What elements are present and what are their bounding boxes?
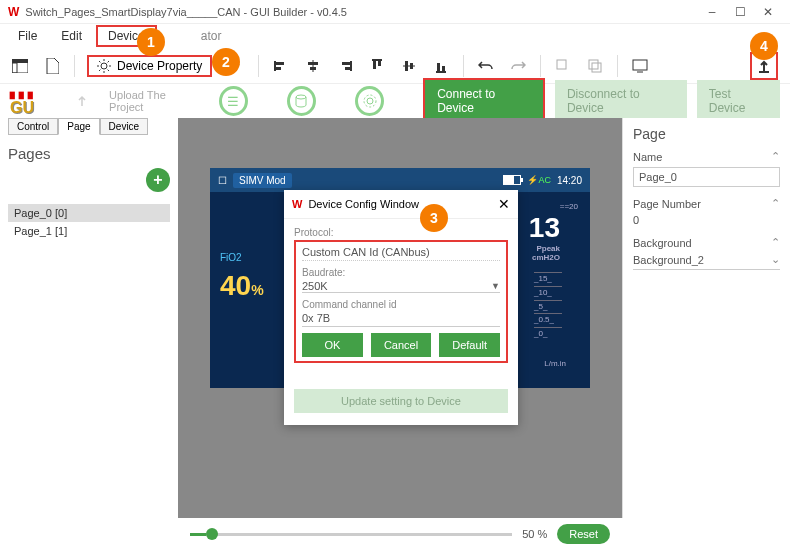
svg-rect-15 xyxy=(378,61,381,66)
tab-page[interactable]: Page xyxy=(58,118,99,135)
align-center-h-icon[interactable] xyxy=(303,56,323,76)
pagenum-value: 0 xyxy=(633,214,780,226)
value-40: 40% xyxy=(220,270,264,302)
disconnect-device-button: Disconnect to Device xyxy=(555,80,687,122)
baudrate-select[interactable]: 250K▼ xyxy=(302,280,500,293)
svg-rect-12 xyxy=(345,67,350,70)
layout-icon[interactable] xyxy=(10,56,30,76)
svg-rect-1 xyxy=(12,59,28,63)
svg-rect-14 xyxy=(373,61,376,69)
align-top-icon[interactable] xyxy=(367,56,387,76)
cmdid-value[interactable]: 0x 7B xyxy=(302,312,500,327)
svg-rect-17 xyxy=(405,61,408,71)
pages-heading: Pages xyxy=(8,145,51,162)
fio2-label: FiO2 xyxy=(220,252,242,263)
name-input[interactable] xyxy=(633,167,780,187)
bg-value[interactable]: Background_2 xyxy=(633,254,704,266)
page-list-item-1[interactable]: Page_1 [1] xyxy=(8,222,170,240)
ac-label: ⚡AC xyxy=(527,175,551,185)
svg-rect-5 xyxy=(276,62,284,65)
bg-label: Background xyxy=(633,237,692,249)
logo: ▖▖▖ GU xyxy=(10,85,62,117)
menu-file[interactable]: File xyxy=(8,26,47,46)
svg-rect-2 xyxy=(12,63,17,73)
battery-icon xyxy=(503,175,521,185)
unit-label: L/m.in xyxy=(544,359,566,368)
annotation-badge-2: 2 xyxy=(212,48,240,76)
align-left-icon[interactable] xyxy=(271,56,291,76)
svg-rect-11 xyxy=(342,62,350,65)
list-circle-icon[interactable]: ☰ xyxy=(219,86,248,116)
align-bottom-icon[interactable] xyxy=(431,56,451,76)
name-label: Name xyxy=(633,151,662,163)
test-device-button: Test Device xyxy=(697,80,780,122)
menu-edit[interactable]: Edit xyxy=(51,26,92,46)
toolbar: Device Property xyxy=(0,48,790,84)
new-icon[interactable] xyxy=(42,56,62,76)
redo-icon[interactable] xyxy=(508,56,528,76)
value-13: 13PpeakcmH2O xyxy=(529,212,560,262)
svg-rect-8 xyxy=(308,62,318,65)
close-button[interactable]: ✕ xyxy=(754,2,782,22)
protocol-label: Protocol: xyxy=(294,227,508,238)
svg-rect-24 xyxy=(592,63,601,72)
dialog-title: Device Config Window xyxy=(308,198,419,210)
scale: _15__10__5__0.5__0_ xyxy=(534,272,562,341)
zoom-value: 50 % xyxy=(522,528,547,540)
default-button[interactable]: Default xyxy=(439,333,500,357)
pagenum-label: Page Number xyxy=(633,198,701,210)
annotation-badge-4: 4 xyxy=(750,32,778,60)
protocol-value[interactable]: Custom CAN Id (CANbus) xyxy=(302,246,500,261)
chevron-up-icon[interactable]: ⌃ xyxy=(771,236,780,249)
upload-project-icon[interactable] xyxy=(72,91,91,111)
panel-heading: Page xyxy=(633,126,780,142)
zoom-slider[interactable] xyxy=(190,533,512,536)
annotation-badge-3: 3 xyxy=(420,204,448,232)
svg-rect-23 xyxy=(589,60,598,69)
svg-rect-18 xyxy=(410,63,413,69)
reset-zoom-button[interactable]: Reset xyxy=(557,524,610,544)
left-tabs: Control Page Device xyxy=(8,118,170,135)
page-list-item-0[interactable]: Page_0 [0] xyxy=(8,204,170,222)
monitor-icon[interactable] xyxy=(630,56,650,76)
db-circle-icon[interactable] xyxy=(287,86,316,116)
chevron-down-icon[interactable]: ⌄ xyxy=(771,253,780,266)
copy-icon[interactable] xyxy=(553,56,573,76)
settings-circle-icon[interactable] xyxy=(355,86,384,116)
dialog-close-button[interactable]: ✕ xyxy=(498,196,510,212)
svg-point-3 xyxy=(101,63,107,69)
undo-icon[interactable] xyxy=(476,56,496,76)
properties-panel: Page Name⌃ Page Number⌃ 0 Background⌃ Ba… xyxy=(622,118,790,518)
left-panel: Control Page Device Pages + Page_0 [0] P… xyxy=(0,118,178,518)
paste-icon[interactable] xyxy=(585,56,605,76)
maximize-button[interactable]: ☐ xyxy=(726,2,754,22)
minimize-button[interactable]: – xyxy=(698,2,726,22)
chevron-up-icon[interactable]: ⌃ xyxy=(771,150,780,163)
upload-project-label: Upload The Project xyxy=(109,89,199,113)
svg-rect-6 xyxy=(276,67,281,70)
window-title: Switch_Pages_SmartDisplay7via_____CAN - … xyxy=(25,6,698,18)
annotation-badge-1: 1 xyxy=(137,28,165,56)
svg-point-29 xyxy=(364,95,376,107)
device-config-dialog: W Device Config Window ✕ Protocol: Custo… xyxy=(284,190,518,425)
equals-label: ==20 xyxy=(560,202,578,211)
tab-device[interactable]: Device xyxy=(100,118,149,135)
ok-button[interactable]: OK xyxy=(302,333,363,357)
tab-control[interactable]: Control xyxy=(8,118,58,135)
add-page-button[interactable]: + xyxy=(146,168,170,192)
slider-thumb[interactable] xyxy=(206,528,218,540)
svg-rect-21 xyxy=(442,66,445,71)
cancel-button[interactable]: Cancel xyxy=(371,333,432,357)
menubar: File Edit Device ator xyxy=(0,24,790,48)
menu-simulator[interactable]: ator xyxy=(191,26,232,46)
align-middle-v-icon[interactable] xyxy=(399,56,419,76)
chevron-up-icon[interactable]: ⌃ xyxy=(771,197,780,210)
device-property-button[interactable]: Device Property xyxy=(87,55,212,77)
cmdid-label: Command channel id xyxy=(302,299,500,310)
baudrate-label: Baudrate: xyxy=(302,267,500,278)
gear-icon xyxy=(97,59,111,73)
chevron-down-icon: ▼ xyxy=(491,281,500,291)
svg-point-28 xyxy=(367,98,373,104)
align-right-icon[interactable] xyxy=(335,56,355,76)
simv-label: SIMV Mod xyxy=(233,173,292,188)
